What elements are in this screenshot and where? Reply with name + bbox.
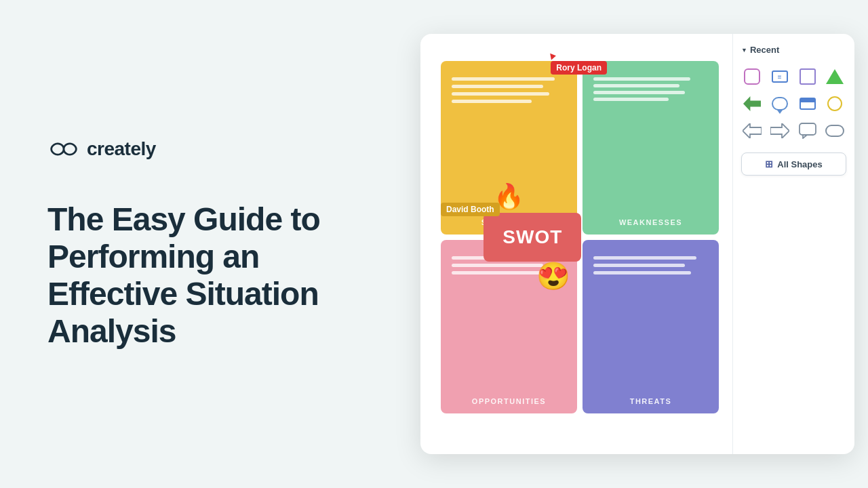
swot-cell-opportunities: David Booth 😍 OPPORTUNITIES bbox=[441, 240, 577, 413]
swot-diagram-area: Rory Logan 🔥 STRENGTHS bbox=[420, 34, 732, 454]
shape-arrow-left-outline[interactable] bbox=[741, 120, 763, 142]
headline: The Easy Guide to Performing an Effectiv… bbox=[47, 201, 373, 350]
shape-rect[interactable] bbox=[797, 66, 818, 87]
creately-logo-icon bbox=[47, 138, 80, 160]
all-shapes-icon: ⊞ bbox=[765, 159, 773, 169]
all-shapes-button[interactable]: ⊞ All Shapes bbox=[741, 152, 846, 176]
line bbox=[593, 91, 685, 94]
line bbox=[593, 264, 685, 267]
shape-circle[interactable] bbox=[824, 93, 846, 115]
text-box-icon bbox=[772, 70, 788, 83]
swot-cell-threats: THREATS bbox=[583, 240, 719, 413]
canvas-container: Rory Logan 🔥 STRENGTHS bbox=[420, 34, 854, 454]
cursor-david: David Booth bbox=[441, 203, 500, 313]
triangle-icon bbox=[826, 69, 844, 84]
logo-text: creately bbox=[87, 138, 156, 160]
left-panel: creately The Easy Guide to Performing an… bbox=[0, 98, 420, 391]
line bbox=[593, 271, 691, 274]
weaknesses-lines bbox=[593, 77, 708, 101]
shape-comment[interactable] bbox=[797, 120, 818, 142]
stadium-icon bbox=[825, 125, 844, 137]
rounded-rect-icon bbox=[744, 68, 760, 85]
weaknesses-label: WEAKNESSES bbox=[619, 218, 682, 226]
line bbox=[593, 84, 679, 87]
cursor-rory: Rory Logan bbox=[551, 53, 607, 75]
shape-panel-header[interactable] bbox=[797, 93, 818, 115]
svg-marker-1 bbox=[770, 123, 789, 138]
logo: creately bbox=[47, 138, 373, 160]
strengths-lines bbox=[452, 77, 566, 103]
arrow-left-filled-icon bbox=[743, 96, 761, 111]
rect-icon bbox=[800, 68, 816, 85]
threats-lines bbox=[593, 256, 708, 274]
threats-label: THREATS bbox=[630, 397, 672, 405]
shape-stadium[interactable] bbox=[824, 120, 846, 142]
line bbox=[452, 85, 543, 88]
line bbox=[593, 77, 690, 81]
comment-icon bbox=[799, 123, 816, 139]
shape-triangle[interactable] bbox=[824, 66, 846, 87]
swot-cell-weaknesses: WEAKNESSES bbox=[583, 61, 719, 235]
cursor-label-rory: Rory Logan bbox=[551, 61, 607, 75]
all-shapes-label: All Shapes bbox=[777, 159, 822, 169]
face-emoji: 😍 bbox=[536, 260, 570, 292]
circle-icon bbox=[827, 96, 842, 111]
speech-bubble-icon bbox=[772, 97, 788, 110]
cursor-arrow-rory bbox=[551, 52, 557, 60]
arrow-right-outline-icon bbox=[770, 123, 789, 138]
opportunities-label: OPPORTUNITIES bbox=[472, 397, 546, 405]
recent-section-label: Recent bbox=[741, 45, 846, 55]
panel-header-icon bbox=[800, 98, 816, 110]
line bbox=[452, 77, 555, 81]
shape-rounded-rect[interactable] bbox=[741, 66, 763, 87]
shape-grid bbox=[741, 66, 846, 142]
svg-rect-2 bbox=[800, 123, 816, 135]
swot-grid: 🔥 STRENGTHS WEAKNESSES bbox=[441, 61, 719, 413]
shape-text-box[interactable] bbox=[769, 66, 791, 87]
shape-arrow-right-outline[interactable] bbox=[769, 120, 791, 142]
line bbox=[452, 100, 532, 103]
line bbox=[593, 256, 696, 260]
line bbox=[452, 92, 549, 96]
arrow-left-outline-icon bbox=[743, 123, 762, 138]
shape-arrow-left-filled[interactable] bbox=[741, 93, 763, 115]
cursor-label-david: David Booth bbox=[441, 203, 500, 216]
shape-speech-bubble[interactable] bbox=[769, 93, 791, 115]
shapes-toolbar: Recent bbox=[732, 34, 854, 454]
right-panel: Rory Logan 🔥 STRENGTHS bbox=[420, 0, 868, 488]
svg-marker-0 bbox=[743, 123, 762, 138]
line bbox=[593, 98, 669, 101]
